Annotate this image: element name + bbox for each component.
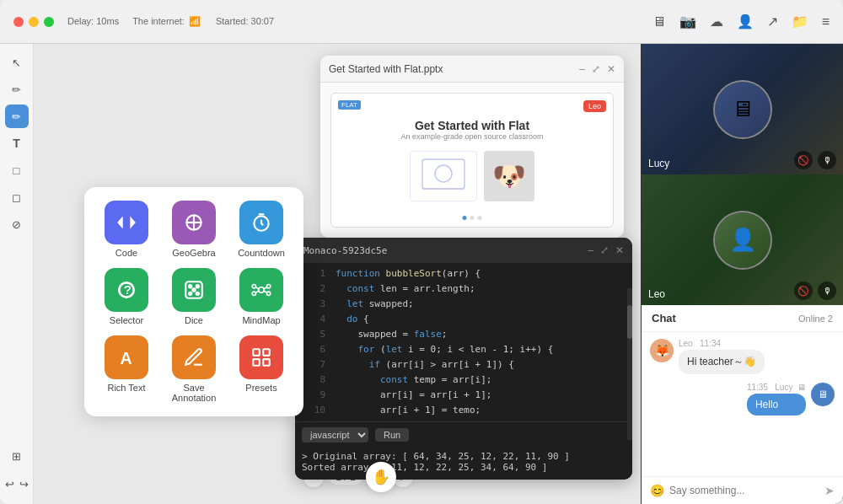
online-badge: Online 2 — [798, 314, 833, 324]
geogebra-icon — [172, 201, 216, 244]
video-icon[interactable]: 📷 — [679, 13, 696, 29]
tool-selector[interactable]: ? Selector — [98, 268, 155, 325]
leo-mic-button[interactable]: 🎙 — [818, 281, 836, 300]
code-line: 10 arr[i + 1] = temo; — [295, 403, 632, 418]
slide-body: 🐶 — [400, 151, 545, 201]
lucy-mic-button[interactable]: 🎙 — [818, 151, 836, 169]
video-cell-lucy: 🖥 Lucy 🚫 🎙 — [642, 44, 843, 174]
video-grid: 🖥 Lucy 🚫 🎙 👤 Leo 🚫 🎙 — [642, 44, 843, 305]
titlebar-info: Delay: 10ms The internet: 📶 Started: 30:… — [67, 16, 274, 27]
right-panel: 🖥 Lucy 🚫 🎙 👤 Leo 🚫 🎙 — [641, 44, 843, 504]
expand-code-button[interactable]: ⤢ — [600, 244, 609, 256]
shape-tool[interactable]: □ — [5, 158, 29, 182]
maximize-button[interactable] — [44, 17, 54, 27]
video-cell-leo: 👤 Leo 🚫 🎙 — [642, 174, 843, 305]
text-tool[interactable]: T — [5, 131, 29, 155]
minimize-button[interactable] — [29, 17, 39, 27]
presentation-title: Get Started with Flat.pptx — [329, 63, 443, 75]
output-line-2: Sorted array: [ 11, 12, 22, 25, 34, 64, … — [302, 462, 626, 473]
minimize-window-button[interactable]: – — [579, 63, 585, 75]
leo-mute-button[interactable]: 🚫 — [794, 281, 813, 300]
lucy-name: Lucy — [648, 158, 669, 169]
code-icon — [105, 201, 148, 244]
select-tool[interactable]: ↖ — [5, 51, 29, 74]
selector-label: Selector — [110, 315, 143, 325]
countdown-icon — [239, 201, 283, 244]
leo-name: Leo — [648, 288, 665, 300]
minimize-code-button[interactable]: – — [588, 244, 593, 256]
menu-icon[interactable]: ≡ — [822, 14, 830, 29]
hand-raise-button[interactable]: ✋ — [366, 462, 396, 492]
chat-input[interactable] — [669, 485, 819, 496]
selector-icon: ? — [105, 268, 148, 312]
leo-video-controls: 🚫 🎙 — [794, 281, 836, 300]
slide-subtitle: An example-grade open source classroom — [400, 132, 543, 141]
chat-message-leo: 🦊 Leo 11:34 Hi teacher～👋 — [650, 339, 835, 374]
titlebar: Delay: 10ms The internet: 📶 Started: 30:… — [0, 0, 843, 44]
svg-point-15 — [267, 285, 271, 288]
countdown-label: Countdown — [238, 248, 285, 258]
expand-window-button[interactable]: ⤢ — [592, 63, 600, 75]
presentation-content: FLAT Leo Get Started with Flat An exampl… — [320, 83, 624, 238]
close-code-button[interactable]: ✕ — [615, 244, 624, 256]
dice-icon — [172, 268, 216, 312]
tool-presets[interactable]: Presets — [233, 335, 290, 403]
redo-button[interactable]: ↪ — [19, 478, 29, 491]
pencil-tool[interactable]: ✏ — [5, 105, 29, 128]
saveannotation-label: Save Annotation — [165, 383, 223, 403]
chat-header: Chat Online 2 — [642, 305, 843, 332]
started-label: Started: 30:07 — [216, 16, 274, 27]
eraser-tool[interactable]: ◻ — [5, 185, 29, 209]
tool-dice[interactable]: Dice — [165, 268, 223, 325]
code-body: 1 function bubbleSort(arr) { 2 const len… — [295, 263, 632, 421]
code-line: 9 arr[i] = arr[i + 1]; — [295, 388, 632, 403]
slide-preview: FLAT Leo Get Started with Flat An exampl… — [330, 93, 614, 228]
leo-msg-bubble: Hi teacher～👋 — [679, 350, 765, 374]
workspace: Code GeoGebra Countdown ? — [34, 44, 641, 504]
cloud-icon[interactable]: ☁ — [710, 13, 723, 29]
undo-button[interactable]: ↩ — [5, 478, 14, 491]
tool-saveannotation[interactable]: Save Annotation — [165, 335, 223, 403]
presentation-window-controls[interactable]: – ⤢ ✕ — [579, 63, 615, 75]
share-icon[interactable]: ↗ — [767, 13, 778, 29]
svg-point-7 — [189, 285, 191, 287]
svg-point-16 — [267, 292, 271, 295]
undo-redo: ↩ ↪ — [5, 471, 29, 497]
lucy-msg-content: 11:35 Lucy 🖥 Hello — [747, 383, 806, 416]
tool-code[interactable]: Code — [98, 201, 155, 258]
send-button[interactable]: ➤ — [824, 484, 835, 497]
user-icon[interactable]: 👤 — [737, 13, 754, 29]
slide-left-content — [410, 151, 477, 201]
svg-point-27 — [435, 165, 452, 182]
richtext-label: Rich Text — [107, 383, 145, 393]
folder-icon[interactable]: 📁 — [792, 13, 808, 29]
tool-mindmap[interactable]: MindMap — [233, 268, 290, 325]
internet-label: The internet: 📶 — [132, 16, 202, 27]
lucy-msg-meta: 11:35 Lucy 🖥 — [747, 383, 806, 392]
chat-emoji-icon[interactable]: 😊 — [650, 484, 664, 497]
code-label: Code — [115, 248, 137, 258]
tool-geogebra[interactable]: GeoGebra — [165, 201, 223, 258]
flat-logo: FLAT — [338, 100, 361, 110]
code-scrollbar-thumb[interactable] — [627, 305, 632, 339]
pen-tool[interactable]: ✏ — [5, 78, 29, 101]
traffic-lights[interactable] — [13, 17, 54, 27]
lucy-mute-button[interactable]: 🚫 — [794, 151, 813, 169]
code-window-controls[interactable]: – ⤢ ✕ — [588, 244, 624, 256]
laser-tool[interactable]: ⊘ — [5, 212, 29, 236]
run-button[interactable]: Run — [375, 428, 409, 442]
close-button[interactable] — [13, 17, 24, 27]
saveannotation-icon — [172, 335, 216, 379]
leo-msg-avatar: 🦊 — [650, 339, 674, 362]
geogebra-label: GeoGebra — [172, 248, 215, 258]
language-select[interactable]: javascript — [302, 427, 368, 442]
tool-richtext[interactable]: A Rich Text — [98, 335, 155, 403]
apps-tool[interactable]: ⊞ — [5, 444, 29, 468]
monitor-icon[interactable]: 🖥 — [652, 14, 666, 29]
code-scrollbar[interactable] — [627, 288, 632, 440]
leo-avatar: 👤 — [713, 211, 772, 270]
tool-countdown[interactable]: Countdown — [233, 201, 290, 258]
chat-message-lucy: 🖥 11:35 Lucy 🖥 Hello — [650, 383, 835, 416]
svg-rect-22 — [253, 349, 260, 356]
close-window-button[interactable]: ✕ — [607, 63, 615, 75]
